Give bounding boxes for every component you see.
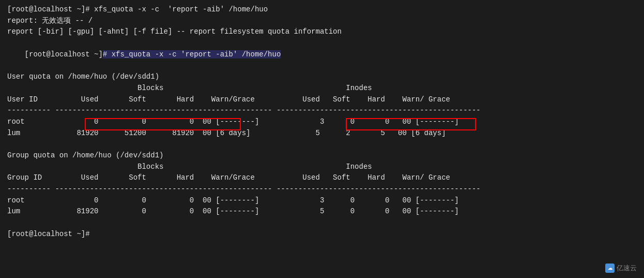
group-blocks-header: Blocks Inodes: [7, 162, 637, 173]
user-separator: ---------- -----------------------------…: [7, 105, 637, 116]
watermark-icon-text: ☁: [608, 266, 612, 271]
line-2: report: 无效选项 -- /: [7, 16, 637, 27]
watermark: ☁ 亿速云: [605, 264, 637, 273]
blocks-header-row: Blocks Inodes: [7, 83, 637, 94]
watermark-text: 亿速云: [617, 264, 637, 273]
user-root-row: root 0 0 0 00 [--------] 3 0 0 00 [-----…: [7, 116, 637, 128]
group-separator: ---------- -----------------------------…: [7, 184, 637, 195]
watermark-icon: ☁: [605, 264, 615, 273]
final-prompt: [root@localhost ~]#: [7, 229, 637, 240]
group-column-headers: Group ID Used Soft Hard Warn/Grace Used …: [7, 172, 637, 184]
group-root-row: root 0 0 0 00 [--------] 3 0 0 00 [-----…: [7, 195, 637, 207]
blank-line-2: [7, 217, 637, 229]
line-4: [root@localhost ~]# xfs_quota -x -c 'rep…: [7, 38, 637, 71]
line-1: [root@localhost ~]# xfs_quota -x -c 'rep…: [7, 4, 637, 16]
group-quota-table: Group quota on /home/huo (/dev/sdd1) Blo…: [7, 150, 637, 217]
prompt-4: [root@localhost ~]: [25, 50, 103, 58]
terminal: [root@localhost ~]# xfs_quota -x -c 'rep…: [0, 0, 644, 278]
cmd-highlight: # xfs_quota -x -c 'report -aib' /home/hu…: [103, 50, 281, 58]
user-column-headers: User ID Used Soft Hard Warn/Grace Used S…: [7, 94, 637, 106]
group-lum-row: lum 81920 0 0 00 [--------] 5 0 0 00 [--…: [7, 206, 637, 217]
group-quota-header: Group quota on /home/huo (/dev/sdd1): [7, 150, 637, 162]
line-5: User quota on /home/huo (/dev/sdd1): [7, 71, 637, 83]
user-lum-row: lum 81920 51200 81920 00 [6 days] 5 2 5 …: [7, 128, 637, 139]
user-quota-table: Blocks Inodes User ID Used Soft Hard War…: [7, 83, 637, 139]
line-3: report [-bir] [-gpu] [-ahnt] [-f file] -…: [7, 26, 637, 38]
blank-line-1: [7, 139, 637, 150]
